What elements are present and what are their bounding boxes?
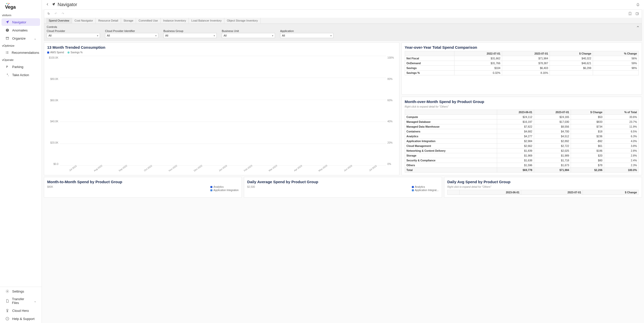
card-daily-avg-pg-table: Daily Avg Spend by Product Group Right c…	[444, 177, 642, 198]
help-icon: ?	[5, 316, 10, 321]
chevron-down-icon: ⌄	[34, 37, 37, 40]
yoy-table: 2022-07-012023-07-01$ Change% ChangeNet …	[405, 51, 639, 75]
sidebar: Vega vInformNavigatorAnomaliesOrganize⌄v…	[0, 0, 42, 323]
table-row[interactable]: Net Fiscal$31,662$71,984$40,32256%	[405, 56, 638, 61]
sidebar-item-help[interactable]: ?Help & Support	[2, 315, 40, 322]
dropdown-value: All	[165, 34, 168, 37]
sidebar-item-anomalies[interactable]: Anomalies	[2, 26, 40, 34]
card-m2m-product-group: Month-to-Month Spend by Product Group $8…	[44, 177, 242, 198]
svg-point-11	[7, 291, 8, 292]
sidebar-item-label: Settings	[12, 290, 24, 293]
svg-rect-7	[7, 31, 7, 31]
export-icon[interactable]	[635, 11, 640, 16]
navigate-icon	[5, 20, 10, 24]
navigate-icon	[52, 2, 56, 7]
svg-text:?: ?	[7, 318, 8, 320]
filter-cloud-provider-identifier[interactable]: All▾	[105, 33, 158, 38]
dropdown-value: All	[224, 34, 227, 37]
filter-cloud-provider[interactable]: All▾	[47, 33, 100, 38]
table-row[interactable]: Security & Compliance$1,638$1,718$802.4%	[405, 158, 638, 163]
chevron-down-icon: ▾	[330, 34, 332, 37]
chevron-down-icon: ▾	[155, 34, 157, 37]
card-mom-product-group: Month-over-Month Spend by Product Group …	[401, 97, 642, 175]
refresh-icon[interactable]: ↻	[46, 11, 51, 16]
svg-point-0	[6, 3, 7, 4]
nav-section-label: vInform	[0, 12, 42, 18]
filter-label: Cloud Provider	[47, 29, 100, 32]
filter-label: Business Unit	[222, 29, 275, 32]
sidebar-item-transfer[interactable]: Transfer Files⌄	[2, 296, 40, 306]
tabs: Spend OverviewCost NavigatorResource Det…	[44, 18, 642, 24]
legend: Analytics Application Integration	[210, 185, 239, 192]
sidebar-item-recommendations[interactable]: Recommendations	[2, 49, 40, 56]
card-title: 13 Month Trended Consumption	[47, 45, 396, 49]
table-row[interactable]: Analytics$4,277$4,512$2366.3%	[405, 134, 638, 139]
table-row[interactable]: Storage$1,969$1,989$202.8%	[405, 153, 638, 158]
redo-icon[interactable]: ↷	[60, 11, 65, 16]
dropdown-value: All	[48, 34, 52, 37]
chevron-down-icon: ▾	[272, 34, 273, 37]
table-row[interactable]: Others$1,596$1,673$782.3%	[405, 163, 638, 168]
table-row[interactable]: Savings %0.32%8.16%	[405, 71, 638, 75]
table-row[interactable]: Compute$24,112$24,165$5333.6%	[405, 115, 638, 120]
report-toolbar: ↻ ↶ ↷	[44, 9, 642, 18]
sidebar-item-label: Anomalies	[12, 28, 28, 32]
tab-spend-overview[interactable]: Spend Overview	[46, 18, 72, 23]
topbar: Navigator	[42, 0, 644, 9]
table-row[interactable]: Managed Data Warehouse$7,822$8,556$73411…	[405, 124, 638, 129]
sidebar-item-cloud-hero[interactable]: Cloud Hero	[2, 307, 40, 314]
tab-resource-detail[interactable]: Resource Detail	[96, 18, 121, 23]
sidebar-item-label: Help & Support	[12, 317, 35, 321]
sidebar-item-navigator[interactable]: Navigator	[2, 18, 40, 26]
archive-icon	[5, 36, 10, 41]
table-row[interactable]: Application Integration$2,984$2,892-$924…	[405, 139, 638, 144]
card-title: Daily Average Spend by Product Group	[247, 180, 438, 184]
tab-storage[interactable]: Storage	[121, 18, 136, 23]
svg-point-1	[7, 3, 8, 4]
daily-avg-pg-table: 2023-06-012023-07-01$ Change	[447, 190, 639, 195]
filter-application[interactable]: All▾	[280, 33, 333, 38]
list-icon	[5, 50, 9, 55]
table-row[interactable]: Managed Database$16,197$17,030$83323.7%	[405, 120, 638, 124]
filter-business-group[interactable]: All▾	[163, 33, 217, 38]
svg-point-2	[9, 3, 10, 4]
chevron-down-icon: ▾	[97, 34, 98, 37]
table-row[interactable]: Networking & Content Delivery$1,839$2,02…	[405, 148, 638, 153]
y-axis-max: $2,500	[247, 185, 255, 188]
bell-icon[interactable]	[635, 2, 640, 7]
sidebar-item-organize[interactable]: Organize⌄	[2, 35, 40, 42]
collapse-controls-button[interactable]	[636, 25, 640, 29]
nav-section-label: vOperate	[0, 57, 42, 62]
filter-business-unit[interactable]: All▾	[222, 33, 275, 38]
tab-cost-navigator[interactable]: Cost Navigator	[72, 18, 96, 23]
bookmark-icon[interactable]	[628, 11, 633, 16]
undo-icon[interactable]: ↶	[53, 11, 58, 16]
sidebar-item-take-action[interactable]: Take Action	[2, 71, 40, 79]
parking-icon: P	[5, 64, 10, 69]
card-daily-avg-product-group: Daily Average Spend by Product Group $2,…	[244, 177, 442, 198]
table-row[interactable]: Cloud Management$2,662$2,722$613.8%	[405, 144, 638, 148]
tab-instance-inventory[interactable]: Instance Inventory	[161, 18, 189, 23]
svg-text:P: P	[6, 65, 8, 68]
sidebar-item-parking[interactable]: PParking	[2, 63, 40, 71]
y-axis-max: $80K	[47, 185, 53, 188]
mom-table: 2023-06-012023-07-01$ Change% of TotalCo…	[405, 110, 639, 173]
sidebar-item-label: Cloud Hero	[12, 309, 29, 313]
table-row[interactable]: OnDemand$31,766$78,387$46,62159%	[405, 61, 638, 66]
filter-label: Cloud Provider Identifier	[105, 29, 158, 32]
card-title: Month-to-Month Spend by Product Group	[47, 180, 239, 184]
svg-text:Vega: Vega	[5, 5, 16, 10]
tab-committed-use[interactable]: Committed Use	[136, 18, 161, 23]
table-row[interactable]: Containers$4,682$4,700$186.5%	[405, 129, 638, 134]
main: Navigator ↻ ↶ ↷ Spend OverviewCost Navig…	[42, 0, 644, 323]
chevron-down-icon: ▾	[214, 34, 215, 37]
table-row[interactable]: Savings$104$6,403$6,29998%	[405, 66, 638, 71]
tab-object-storage-inventory[interactable]: Object Storage Inventory	[224, 18, 261, 23]
tab-load-balancer-inventory[interactable]: Load Balancer Inventory	[189, 18, 224, 23]
sidebar-item-settings[interactable]: Settings	[2, 287, 40, 295]
trophy-icon	[5, 308, 10, 313]
filter-label: Business Group	[163, 29, 217, 32]
controls-label: Controls	[47, 25, 639, 28]
dropdown-value: All	[107, 34, 110, 37]
collapse-sidebar-button[interactable]	[45, 2, 49, 7]
